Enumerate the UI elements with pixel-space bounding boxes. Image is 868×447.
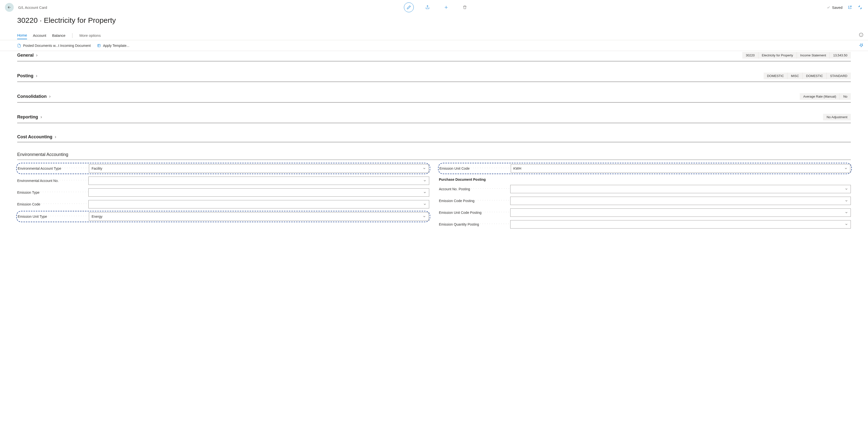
new-button[interactable]: [441, 2, 451, 12]
saved-text: Saved: [832, 5, 842, 9]
summary-tags: No Adjustment: [823, 114, 851, 121]
saved-indicator: Saved: [827, 5, 842, 9]
fasttab-title-text: Reporting: [17, 114, 38, 119]
field-label: Emission Quantity Posting: [439, 222, 510, 226]
field-label: Emission Code Posting: [439, 199, 510, 203]
dropdown-emission-unit-type[interactable]: Energy: [89, 212, 429, 221]
fasttab-cost-accounting: Cost Accounting: [17, 130, 851, 142]
check-icon: [827, 5, 831, 9]
fasttab-title-text: Cost Accounting: [17, 134, 52, 139]
pencil-icon: [407, 5, 411, 9]
chevron-down-icon: [423, 167, 426, 170]
summary-tag: STANDARD: [826, 73, 851, 79]
content-area: General 30220 Electricity for Property I…: [0, 51, 868, 447]
summary-tags: Average Rate (Manual) No: [800, 93, 851, 100]
fasttab-title-text: General: [17, 53, 34, 58]
fasttab-header-reporting[interactable]: Reporting No Adjustment: [17, 109, 851, 123]
actions-row: Posted Documents w...t Incoming Document…: [0, 40, 868, 51]
share-button[interactable]: [423, 2, 432, 12]
form-grid: Environmental Account Type Facility Envi…: [17, 163, 851, 229]
field-emission-quantity-posting: Emission Quantity Posting: [439, 220, 851, 229]
trash-icon: [463, 5, 467, 9]
dropdown-emission-type[interactable]: [88, 188, 429, 197]
info-button[interactable]: [859, 32, 864, 38]
fasttab-reporting: Reporting No Adjustment: [17, 109, 851, 123]
field-emission-unit-code-posting: Emission Unit Code Posting: [439, 208, 851, 217]
fasttab-header-general[interactable]: General 30220 Electricity for Property I…: [17, 51, 851, 61]
action-apply-template[interactable]: Apply Template...: [97, 44, 129, 47]
chevron-down-icon: [845, 199, 848, 203]
summary-tag: No: [839, 93, 851, 100]
field-emission-unit-code: Emission Unit Code KWH: [439, 164, 850, 173]
field-account-no-posting: Account No. Posting: [439, 184, 851, 194]
action-label: Apply Template...: [103, 44, 129, 47]
pin-button[interactable]: [859, 43, 864, 48]
collapse-icon: [858, 5, 862, 9]
tab-more-options[interactable]: More options: [79, 32, 101, 39]
chevron-right-icon: [35, 74, 38, 78]
chevron-down-icon: [845, 187, 848, 191]
summary-tag: DOMESTIC: [802, 73, 827, 79]
subsection-purchase-doc-posting: Purchase Document Posting: [439, 176, 851, 182]
tab-home[interactable]: Home: [17, 32, 27, 39]
summary-tag: 13,543.50: [830, 52, 851, 59]
chevron-down-icon: [844, 167, 848, 170]
dropdown-emission-quantity-posting[interactable]: [510, 220, 851, 229]
chevron-down-icon: [423, 215, 426, 218]
breadcrumb: G/L Account Card: [18, 5, 47, 9]
field-value: Facility: [92, 167, 102, 170]
field-env-account-type: Environmental Account Type Facility: [18, 164, 429, 173]
action-posted-documents[interactable]: Posted Documents w...t Incoming Document: [17, 44, 91, 47]
highlight-emission-unit-code: Emission Unit Code KWH: [438, 163, 852, 174]
popout-button[interactable]: [847, 4, 853, 10]
field-label: Emission Type: [17, 191, 88, 195]
chevron-down-icon: [423, 203, 427, 206]
collapse-button[interactable]: [857, 4, 863, 10]
delete-button[interactable]: [460, 2, 470, 12]
field-label: Emission Unit Code Posting: [439, 211, 510, 214]
tab-balance[interactable]: Balance: [52, 32, 65, 39]
fasttab-header-consolidation[interactable]: Consolidation Average Rate (Manual) No: [17, 89, 851, 103]
chevron-down-icon: [845, 222, 848, 226]
info-icon: [859, 32, 864, 37]
dropdown-emission-code-posting[interactable]: [510, 197, 851, 205]
field-label: Environmental Account No.: [17, 179, 88, 183]
dropdown-env-account-no[interactable]: [88, 176, 429, 185]
chevron-right-icon: [48, 95, 52, 98]
field-emission-type: Emission Type: [17, 188, 429, 197]
tabs-row: Home Account Balance More options: [0, 31, 868, 40]
toolbar-right: Saved: [827, 4, 863, 10]
env-title: Environmental Accounting: [17, 152, 851, 160]
document-icon: [17, 44, 21, 47]
field-label: Emission Code: [17, 202, 88, 206]
tab-separator: [72, 33, 72, 38]
fasttab-header-posting[interactable]: Posting DOMESTIC MISC DOMESTIC STANDARD: [17, 68, 851, 82]
dropdown-emission-unit-code[interactable]: KWH: [511, 164, 850, 173]
edit-button[interactable]: [404, 2, 414, 12]
field-label: Environmental Account Type: [18, 167, 89, 170]
summary-tag: DOMESTIC: [764, 73, 787, 79]
summary-tag: 30220: [742, 52, 758, 59]
toolbar-center: [47, 2, 827, 12]
field-label: Emission Unit Type: [18, 214, 89, 218]
fasttab-header-cost-accounting[interactable]: Cost Accounting: [17, 130, 851, 142]
summary-tag: Average Rate (Manual): [800, 93, 839, 100]
dropdown-emission-unit-code-posting[interactable]: [510, 208, 851, 217]
summary-tags: 30220 Electricity for Property Income St…: [742, 52, 851, 59]
dropdown-account-no-posting[interactable]: [510, 185, 851, 193]
svg-rect-1: [98, 44, 100, 47]
dropdown-emission-code[interactable]: [88, 200, 429, 208]
field-env-account-no: Environmental Account No.: [17, 176, 429, 185]
field-emission-code-posting: Emission Code Posting: [439, 196, 851, 205]
form-col-left: Environmental Account Type Facility Envi…: [17, 163, 429, 229]
field-value: Energy: [92, 214, 102, 218]
form-col-right: Emission Unit Code KWH Purchase Document…: [439, 163, 851, 229]
topbar: G/L Account Card Saved: [0, 0, 868, 15]
popout-icon: [848, 5, 852, 9]
chevron-down-icon: [845, 211, 848, 214]
action-label: Posted Documents w...t Incoming Document: [23, 44, 91, 47]
back-button[interactable]: [5, 3, 14, 12]
dropdown-env-account-type[interactable]: Facility: [89, 164, 429, 173]
tab-account[interactable]: Account: [33, 32, 46, 39]
chevron-right-icon: [35, 54, 38, 57]
